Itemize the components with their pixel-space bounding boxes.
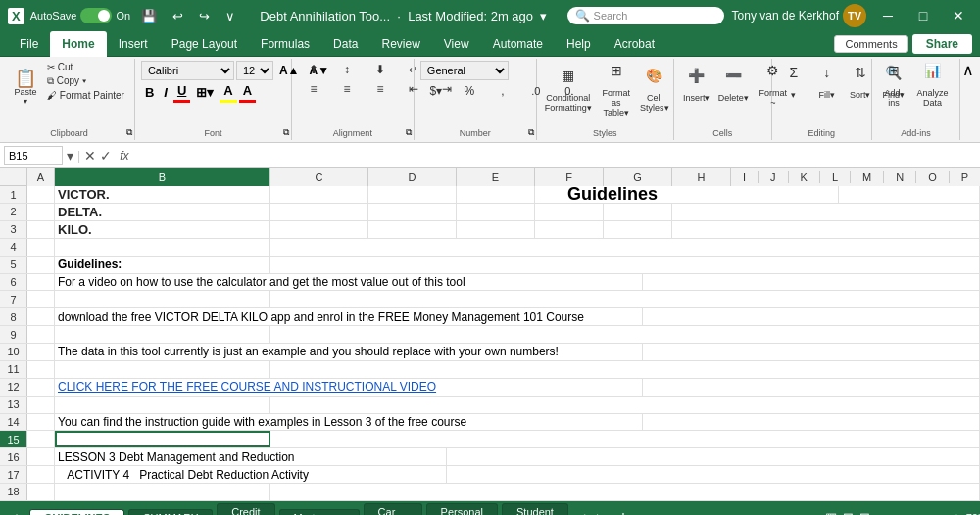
cell-A16[interactable] bbox=[27, 448, 55, 465]
cell-B10[interactable]: The data in this tool currently is just … bbox=[55, 344, 643, 360]
cell-A9[interactable] bbox=[27, 326, 55, 343]
align-right-button[interactable]: ≡ bbox=[365, 80, 396, 98]
undo-icon[interactable]: ↩ bbox=[168, 7, 188, 25]
cell-B14[interactable]: You can find the instruction guide with … bbox=[55, 414, 643, 431]
tab-formulas[interactable]: Formulas bbox=[249, 31, 321, 57]
cell-A15[interactable] bbox=[27, 431, 55, 447]
add-ins-button[interactable]: ⊞Add-ins bbox=[878, 61, 909, 110]
cell-C1[interactable] bbox=[270, 186, 368, 203]
sheet-tab-personal-loans[interactable]: Personal Loans bbox=[426, 503, 498, 515]
format-as-table-button[interactable]: ⊞Format as Table▾ bbox=[596, 61, 637, 119]
align-center-button[interactable]: ≡ bbox=[331, 80, 363, 98]
fill-color-button[interactable]: A bbox=[220, 82, 236, 99]
fill-button[interactable]: ↓Fill▾ bbox=[811, 61, 843, 104]
cell-G2[interactable] bbox=[604, 204, 672, 220]
align-left-button[interactable]: ≡ bbox=[298, 80, 329, 98]
cell-B8[interactable]: download the free VICTOR DELTA KILO app … bbox=[55, 308, 643, 325]
save-icon[interactable]: 💾 bbox=[136, 7, 162, 25]
col-header-H[interactable]: H bbox=[672, 168, 731, 186]
align-bottom-button[interactable]: ⬇ bbox=[365, 61, 396, 78]
tab-insert[interactable]: Insert bbox=[107, 31, 160, 57]
cell-B18[interactable] bbox=[55, 484, 270, 500]
cell-D3[interactable] bbox=[368, 221, 457, 238]
search-bar[interactable]: 🔍 Search bbox=[567, 7, 724, 24]
tab-home[interactable]: Home bbox=[50, 31, 106, 57]
close-button[interactable]: ✕ bbox=[945, 2, 972, 29]
cell-E1[interactable] bbox=[457, 186, 535, 203]
tab-automate[interactable]: Automate bbox=[481, 31, 555, 57]
clipboard-expand[interactable]: ⧉ bbox=[126, 127, 132, 138]
comments-button[interactable]: Comments bbox=[834, 35, 907, 53]
confirm-formula-button[interactable]: ✓ bbox=[100, 148, 112, 164]
page-layout-view-button[interactable]: ⊞ bbox=[843, 510, 854, 515]
analyze-data-button[interactable]: 📊Analyze Data bbox=[911, 61, 954, 110]
tab-review[interactable]: Review bbox=[369, 31, 431, 57]
tab-page-layout[interactable]: Page Layout bbox=[160, 31, 249, 57]
cell-E2[interactable] bbox=[457, 204, 535, 220]
col-header-G[interactable]: G bbox=[604, 168, 672, 186]
cell-B3[interactable]: KILO. bbox=[55, 221, 270, 238]
cell-B13[interactable] bbox=[55, 397, 270, 413]
cell-B16[interactable]: LESSON 3 Debt Management and Reduction bbox=[55, 448, 447, 465]
cancel-formula-button[interactable]: ✕ bbox=[84, 148, 96, 164]
cell-B17[interactable]: ACTIVITY 4 Practical Debt Reduction Acti… bbox=[55, 466, 447, 483]
cell-A11[interactable] bbox=[27, 361, 55, 378]
sum-button[interactable]: Σ▾ bbox=[778, 61, 809, 104]
cell-ref-expand-button[interactable]: ▾ bbox=[67, 148, 74, 164]
more-tools-icon[interactable]: ∨ bbox=[220, 7, 240, 25]
bold-button[interactable]: B bbox=[141, 84, 158, 101]
cell-A3[interactable] bbox=[27, 221, 55, 238]
zoom-out-button[interactable]: – bbox=[876, 511, 883, 516]
col-header-C[interactable]: C bbox=[270, 168, 368, 186]
sort-filter-button[interactable]: ⇅Sort▾ bbox=[845, 61, 876, 104]
cell-B15-selected[interactable] bbox=[55, 431, 270, 447]
cell-A18[interactable] bbox=[27, 484, 55, 500]
col-header-O[interactable]: O bbox=[916, 171, 950, 183]
currency-button[interactable]: $▾ bbox=[420, 82, 452, 100]
cell-B11[interactable] bbox=[55, 361, 270, 378]
font-family-select[interactable]: Calibri bbox=[141, 61, 234, 80]
cell-A6[interactable] bbox=[27, 274, 55, 291]
cell-C3[interactable] bbox=[270, 221, 368, 238]
alignment-expand[interactable]: ⧉ bbox=[406, 127, 412, 138]
add-sheet-button[interactable]: ＋ bbox=[4, 507, 29, 516]
col-header-D[interactable]: D bbox=[368, 168, 457, 186]
page-break-view-button[interactable]: ⊟ bbox=[859, 510, 870, 515]
cell-reference-input[interactable] bbox=[4, 146, 63, 165]
zoom-in-button[interactable]: + bbox=[954, 511, 960, 516]
col-header-F[interactable]: F bbox=[535, 168, 604, 186]
align-top-button[interactable]: ⬆ bbox=[298, 61, 329, 78]
col-header-B[interactable]: B bbox=[55, 168, 270, 186]
cell-B7[interactable] bbox=[55, 291, 270, 307]
border-button[interactable]: ⊞▾ bbox=[192, 84, 218, 101]
cell-B5[interactable]: Guidelines: bbox=[55, 257, 270, 273]
sheet-tab-mortgages[interactable]: Mortgages bbox=[279, 509, 360, 515]
copy-button[interactable]: ⧉ Copy ▾ bbox=[43, 74, 128, 88]
cell-B2[interactable]: DELTA. bbox=[55, 204, 270, 220]
restore-button[interactable]: □ bbox=[909, 2, 937, 29]
cell-B1[interactable]: VICTOR. bbox=[55, 186, 270, 203]
align-middle-button[interactable]: ↕ bbox=[331, 61, 363, 78]
sheet-tab-car-loans[interactable]: Car Loans bbox=[364, 503, 422, 515]
italic-button[interactable]: I bbox=[160, 84, 172, 101]
cell-B9[interactable] bbox=[55, 326, 270, 343]
redo-icon[interactable]: ↪ bbox=[194, 7, 215, 25]
underline-button[interactable]: U bbox=[173, 82, 190, 99]
format-painter-button[interactable]: 🖌 Format Painter bbox=[43, 89, 128, 102]
font-expand[interactable]: ⧉ bbox=[283, 127, 289, 138]
col-header-I[interactable]: I bbox=[731, 171, 759, 183]
cell-A8[interactable] bbox=[27, 308, 55, 325]
cell-G1[interactable]: Guidelines bbox=[564, 186, 839, 203]
cell-A17[interactable] bbox=[27, 466, 55, 483]
font-color-button[interactable]: A bbox=[239, 82, 256, 99]
tab-data[interactable]: Data bbox=[321, 31, 369, 57]
cell-A1[interactable] bbox=[27, 186, 55, 203]
percent-button[interactable]: % bbox=[454, 82, 485, 100]
ribbon-collapse-button[interactable]: ∧ bbox=[962, 61, 974, 79]
tab-file[interactable]: File bbox=[8, 31, 50, 57]
cell-A4[interactable] bbox=[27, 239, 55, 256]
tab-help[interactable]: Help bbox=[555, 31, 603, 57]
cell-B12[interactable]: CLICK HERE FOR THE FREE COURSE AND INSTR… bbox=[55, 379, 643, 396]
conditional-formatting-button[interactable]: ▦Conditional Formatting▾ bbox=[543, 66, 594, 115]
cell-A14[interactable] bbox=[27, 414, 55, 431]
